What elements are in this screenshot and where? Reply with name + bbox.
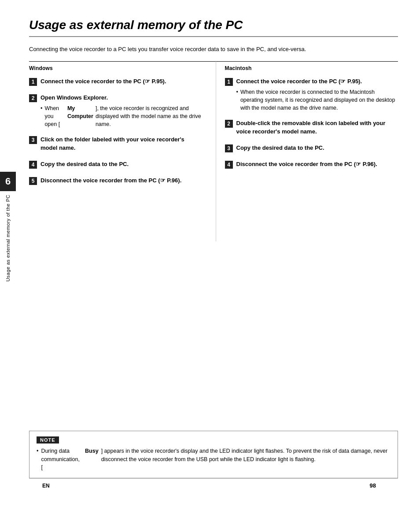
windows-step-4-number: 4	[29, 161, 37, 169]
mac-step-1-title: Connect the voice recorder to the PC (☞ …	[236, 78, 398, 86]
note-section: NOTE During data communication, [Busy] a…	[29, 431, 398, 478]
mac-step-3-title: Copy the desired data to the PC.	[236, 144, 324, 152]
note-item-1: During data communication, [Busy] appear…	[37, 447, 391, 472]
mac-step-2: 2 Double-click the removable disk icon l…	[225, 119, 398, 138]
windows-step-1: 1 Connect the voice recorder to the PC (…	[29, 78, 203, 88]
side-tab: 6 Usage as external memory of the PC	[0, 0, 16, 510]
mac-step-2-content: Double-click the removable disk icon lab…	[236, 119, 398, 138]
bottom-bar: EN 98	[29, 478, 398, 492]
mac-step-1-content: Connect the voice recorder to the PC (☞ …	[236, 78, 398, 113]
windows-step-5-title: Disconnect the voice recorder from the P…	[41, 177, 181, 185]
windows-step-4-title: Copy the desired data to the PC.	[41, 160, 129, 169]
windows-step-2-number: 2	[29, 94, 37, 102]
mac-step-2-title: Double-click the removable disk icon lab…	[236, 119, 398, 136]
mac-step-1: 1 Connect the voice recorder to the PC (…	[225, 78, 398, 113]
columns-container: Windows 1 Connect the voice recorder to …	[29, 61, 398, 241]
windows-step-2-title: Open Windows Explorer.	[41, 94, 203, 102]
windows-step-2-bullet-1: When you open [My Computer], the voice r…	[41, 104, 203, 128]
windows-step-3: 3 Click on the folder labeled with your …	[29, 136, 203, 154]
note-list: During data communication, [Busy] appear…	[37, 447, 391, 472]
windows-step-2-content: Open Windows Explorer. When you open [My…	[41, 94, 203, 129]
content-spacer	[29, 250, 398, 430]
windows-step-4: 4 Copy the desired data to the PC.	[29, 160, 203, 170]
windows-column: Windows 1 Connect the voice recorder to …	[29, 61, 216, 241]
windows-step-2: 2 Open Windows Explorer. When you open […	[29, 94, 203, 129]
mac-step-3-number: 3	[225, 144, 233, 152]
windows-step-1-number: 1	[29, 78, 37, 86]
windows-step-4-content: Copy the desired data to the PC.	[41, 160, 129, 170]
page-title: Usage as external memory of the PC	[29, 18, 398, 37]
windows-step-1-content: Connect the voice recorder to the PC (☞ …	[41, 78, 166, 88]
windows-step-5-number: 5	[29, 177, 37, 185]
mac-step-1-bullet-1: When the voice recorder is connected to …	[236, 88, 398, 112]
mac-step-3-content: Copy the desired data to the PC.	[236, 144, 324, 154]
windows-step-2-bullets: When you open [My Computer], the voice r…	[41, 104, 203, 128]
intro-text: Connecting the voice recorder to a PC le…	[29, 45, 398, 54]
mac-step-4-content: Disconnect the voice recorder from the P…	[236, 160, 377, 170]
side-tab-text: Usage as external memory of the PC	[5, 195, 11, 281]
mac-step-4: 4 Disconnect the voice recorder from the…	[225, 160, 398, 170]
macintosh-header: Macintosh	[225, 65, 398, 71]
mac-step-3: 3 Copy the desired data to the PC.	[225, 144, 398, 154]
mac-step-1-number: 1	[225, 78, 233, 86]
mac-step-4-title: Disconnect the voice recorder from the P…	[236, 160, 377, 169]
macintosh-column: Macintosh 1 Connect the voice recorder t…	[216, 61, 398, 241]
page-number: 98	[370, 482, 376, 489]
windows-step-3-number: 3	[29, 136, 37, 144]
main-content: Usage as external memory of the PC Conne…	[16, 0, 420, 510]
windows-header: Windows	[29, 65, 203, 71]
windows-step-5: 5 Disconnect the voice recorder from the…	[29, 177, 203, 187]
mac-step-1-bullets: When the voice recorder is connected to …	[236, 88, 398, 112]
windows-step-3-title: Click on the folder labeled with your vo…	[41, 136, 203, 152]
windows-step-3-content: Click on the folder labeled with your vo…	[41, 136, 203, 154]
mac-step-4-number: 4	[225, 161, 233, 169]
chapter-number: 6	[0, 172, 16, 191]
mac-step-2-number: 2	[225, 120, 233, 128]
bottom-en-label: EN	[42, 483, 50, 489]
note-label: NOTE	[37, 436, 59, 443]
windows-step-5-content: Disconnect the voice recorder from the P…	[41, 177, 181, 187]
windows-step-1-title: Connect the voice recorder to the PC (☞ …	[41, 78, 166, 86]
